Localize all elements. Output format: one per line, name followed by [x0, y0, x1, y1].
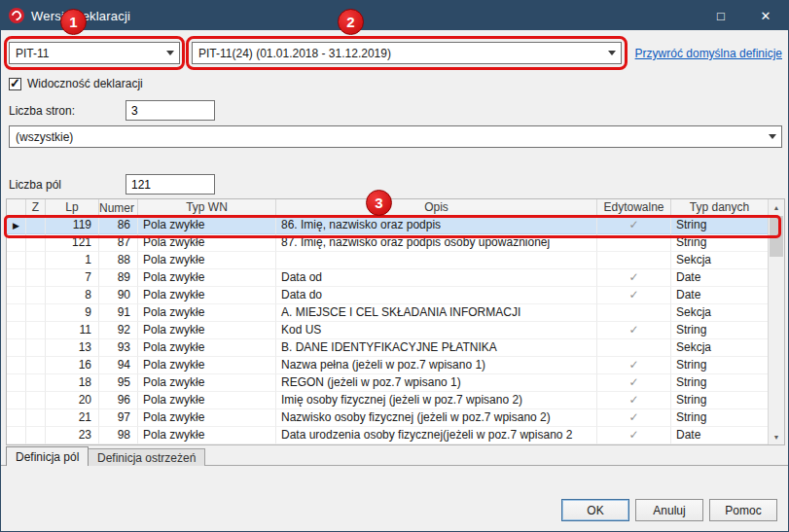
- table-row[interactable]: 18 95 Pola zwykłe REGON (jeżeli w poz.7 …: [7, 374, 768, 392]
- table-row[interactable]: 16 94 Pola zwykłe Nazwa pełna (jeżeli w …: [7, 357, 768, 374]
- scrollbar-thumb[interactable]: [770, 216, 783, 257]
- fields-count-input[interactable]: [126, 174, 215, 195]
- cell-typ-wn: Pola zwykłe: [138, 217, 276, 234]
- table-row[interactable]: 13 93 Pola zwykłe B. DANE IDENTYFIKACYJN…: [7, 339, 768, 357]
- cell-lp: 23: [46, 427, 99, 444]
- pages-count-input[interactable]: [126, 100, 215, 121]
- header-cell-typ-wn[interactable]: Typ WN: [138, 199, 276, 217]
- row-selector-cell: [7, 304, 26, 322]
- visibility-checkbox[interactable]: ✓: [9, 78, 21, 90]
- cell-numer: 92: [99, 322, 138, 339]
- cell-lp: 8: [46, 287, 99, 304]
- cell-typ-wn: Pola zwykłe: [138, 339, 276, 357]
- cell-opis: Data do: [276, 287, 597, 304]
- maximize-icon: □: [717, 9, 725, 23]
- ok-button[interactable]: OK: [561, 499, 629, 521]
- help-button[interactable]: Pomoc: [709, 499, 777, 521]
- header-cell-opis[interactable]: Opis: [276, 199, 597, 217]
- cell-opis: 86. Imię, nazwisko oraz podpis: [276, 217, 597, 234]
- cell-typ-danych: Date: [671, 427, 768, 444]
- cell-edytowalne: ✓: [597, 409, 671, 427]
- cancel-button[interactable]: Anuluj: [635, 499, 703, 521]
- cell-numer: 90: [99, 287, 138, 304]
- table-row[interactable]: 9 91 Pola zwykłe A. MIEJSCE I CEL SKŁADA…: [7, 304, 768, 322]
- cell-typ-wn: Pola zwykłe: [138, 252, 276, 269]
- version-select-value: PIT-11(24) (01.01.2018 - 31.12.2019): [193, 47, 603, 60]
- cell-lp: 1: [46, 252, 99, 269]
- cell-typ-danych: Date: [671, 269, 768, 287]
- window-title: Wersje deklaracji: [31, 9, 130, 23]
- table-row[interactable]: 11 92 Pola zwykłe Kod US ✓ String: [7, 322, 768, 339]
- cell-numer: 89: [99, 269, 138, 287]
- cell-numer: 87: [99, 234, 138, 252]
- cell-edytowalne: ✓: [597, 322, 671, 339]
- cell-lp: 13: [46, 339, 99, 357]
- pages-count-label: Liczba stron:: [9, 104, 75, 118]
- header-cell-edytowalne[interactable]: Edytowalne: [597, 199, 671, 217]
- cell-typ-danych: String: [671, 392, 768, 409]
- visibility-checkbox-label: Widoczność deklaracji: [27, 77, 143, 90]
- row-selector-cell: [7, 339, 26, 357]
- checkbox-check-icon: ✓: [10, 76, 20, 90]
- table-row[interactable]: 21 97 Pola zwykłe Nazwisko osoby fizyczn…: [7, 409, 768, 427]
- row-selector-cell: [7, 287, 26, 304]
- table-row[interactable]: 8 90 Pola zwykłe Data do ✓ Date: [7, 287, 768, 304]
- table-row[interactable]: 7 89 Pola zwykłe Data od ✓ Date: [7, 269, 768, 287]
- cell-opis: Data urodzenia osoby fizycznej(jeżeli w …: [276, 427, 597, 444]
- tab-definicja-pol[interactable]: Definicja pól: [6, 446, 89, 466]
- header-cell-typ-danych[interactable]: Typ danych: [671, 199, 768, 217]
- table-scrollbar[interactable]: ▲ ▼: [768, 199, 784, 444]
- table-row[interactable]: 121 87 Pola zwykłe 87. Imię, nazwisko or…: [7, 234, 768, 252]
- form-select-value: PIT-11: [10, 47, 161, 60]
- row-selector-cell: [7, 252, 26, 269]
- cell-numer: 93: [99, 339, 138, 357]
- maximize-button[interactable]: □: [699, 1, 743, 30]
- cell-typ-danych: String: [671, 374, 768, 392]
- header-cell-z[interactable]: Z: [26, 199, 46, 217]
- cell-edytowalne: ✓: [597, 392, 671, 409]
- row-selector-cell: [7, 322, 26, 339]
- cell-lp: 9: [46, 304, 99, 322]
- cell-edytowalne: ✓: [597, 374, 671, 392]
- row-selector-cell: [7, 392, 26, 409]
- form-select[interactable]: PIT-11: [9, 42, 180, 64]
- dialog-wersje-deklaracji: Wersje deklaracji □ ✕ PIT-11 PIT-11(24) …: [0, 0, 789, 532]
- cell-typ-danych: String: [671, 409, 768, 427]
- table-body: ▶ 119 86 Pola zwykłe 86. Imię, nazwisko …: [7, 217, 768, 444]
- scroll-up-icon[interactable]: ▲: [769, 199, 784, 215]
- filter-select[interactable]: (wszystkie): [9, 125, 782, 148]
- cell-z: [26, 322, 46, 339]
- visibility-checkbox-row[interactable]: ✓ Widoczność deklaracji: [9, 77, 143, 90]
- cell-opis: [276, 252, 597, 269]
- header-cell-numer[interactable]: Numer▲: [99, 199, 138, 217]
- cell-typ-wn: Pola zwykłe: [138, 287, 276, 304]
- cell-typ-danych: String: [671, 322, 768, 339]
- header-cell-lp[interactable]: Lp: [46, 199, 99, 217]
- cell-edytowalne: ✓: [597, 269, 671, 287]
- table-row[interactable]: 23 98 Pola zwykłe Data urodzenia osoby f…: [7, 427, 768, 444]
- cell-typ-danych: Sekcja: [671, 304, 768, 322]
- table-row[interactable]: ▶ 119 86 Pola zwykłe 86. Imię, nazwisko …: [7, 217, 768, 234]
- cell-typ-danych: String: [671, 217, 768, 234]
- scroll-down-icon[interactable]: ▼: [769, 429, 784, 444]
- cell-edytowalne: [597, 234, 671, 252]
- cell-edytowalne: [597, 252, 671, 269]
- cell-typ-danych: Date: [671, 287, 768, 304]
- cell-z: [26, 392, 46, 409]
- table-row[interactable]: 1 88 Pola zwykłe Sekcja: [7, 252, 768, 269]
- row-selector-cell: [7, 427, 26, 444]
- cell-edytowalne: ✓: [597, 357, 671, 374]
- restore-default-link[interactable]: Przywróć domyślna definicje: [635, 47, 782, 60]
- cell-opis: Kod US: [276, 322, 597, 339]
- cell-z: [26, 339, 46, 357]
- cell-typ-wn: Pola zwykłe: [138, 409, 276, 427]
- cell-lp: 11: [46, 322, 99, 339]
- row-selector-cell: [7, 234, 26, 252]
- tab-definicja-ostrzezen[interactable]: Definicja ostrzeżeń: [88, 448, 205, 466]
- close-button[interactable]: ✕: [743, 1, 788, 30]
- version-select[interactable]: PIT-11(24) (01.01.2018 - 31.12.2019): [192, 42, 622, 64]
- cell-z: [26, 304, 46, 322]
- cell-z: [26, 427, 46, 444]
- table-row[interactable]: 20 96 Pola zwykłe Imię osoby fizycznej (…: [7, 392, 768, 409]
- cell-z: [26, 217, 46, 234]
